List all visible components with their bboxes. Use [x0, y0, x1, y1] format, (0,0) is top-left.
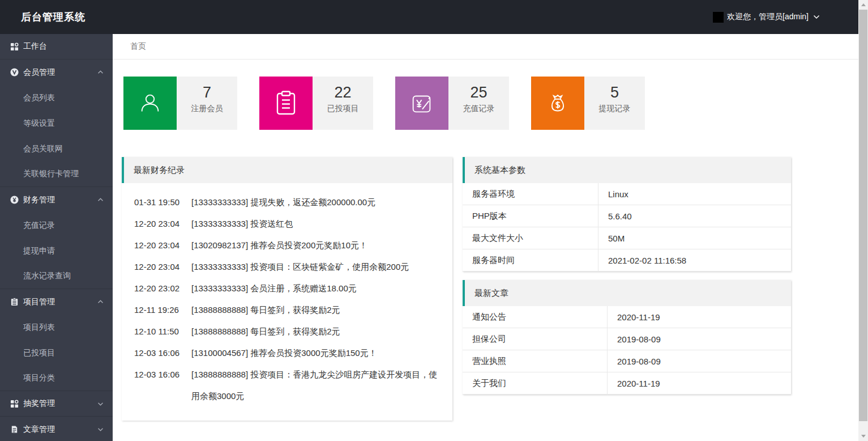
sidebar-item-label: 财务管理	[23, 195, 97, 205]
panel-title: 系统基本参数	[463, 157, 791, 183]
chevron-up-icon	[97, 70, 104, 74]
yen-card-icon	[395, 77, 448, 130]
admin-dashboard-page: 后台管理系统 欢迎您，管理员[admin] 工作台 会员管理 会员列表	[0, 0, 868, 441]
record-text: [13888888888] 每日签到，获得奖励2元	[191, 321, 442, 342]
table-row: 营业执照2019-08-09	[463, 350, 791, 372]
chevron-up-icon	[97, 198, 104, 202]
record-time: 12-03 16:06	[134, 364, 191, 407]
stat-value: 25	[448, 84, 509, 101]
vertical-scrollbar[interactable]	[858, 0, 868, 441]
article-date: 2020-11-19	[608, 379, 660, 388]
latest-articles-panel: 最新文章 通知公告2020-11-19 担保公司2019-08-09 营业执照2…	[463, 280, 791, 395]
stat-label: 已投项目	[313, 104, 373, 114]
param-value: 50M	[598, 234, 625, 243]
right-column: 系统基本参数 服务器环境Linux PHP版本5.6.40 最大文件大小50M …	[463, 157, 791, 395]
table-row: 担保公司2019-08-09	[463, 328, 791, 350]
sidebar-item-member-network[interactable]: 会员关联网	[0, 136, 113, 162]
scrollbar-thumb[interactable]	[859, 10, 867, 421]
scroll-up-button[interactable]	[858, 0, 868, 10]
stat-card-info: 7 注册会员	[177, 77, 237, 130]
welcome-text: 欢迎您，管理员[admin]	[727, 12, 809, 22]
user-icon	[123, 77, 177, 130]
stat-card-withdrawal-records[interactable]: 5 提现记录	[531, 77, 645, 130]
table-row: 通知公告2020-11-19	[463, 306, 791, 328]
finance-record-row: 12-11 19:26[13888888888] 每日签到，获得奖励2元	[134, 299, 442, 321]
stat-card-registered-members[interactable]: 7 注册会员	[123, 77, 237, 130]
stat-value: 22	[313, 84, 373, 101]
record-text: [13100004567] 推荐会员投资3000元奖励150元！	[191, 342, 442, 364]
article-date: 2019-08-09	[608, 334, 661, 344]
finance-record-row: 12-03 16:06[13888888888] 投资项目：香港九龙尖沙咀房产建…	[134, 364, 442, 407]
breadcrumb-home-link[interactable]: 首页	[130, 41, 146, 52]
scroll-down-arrow-icon	[861, 435, 866, 438]
sidebar-item-recharge-records[interactable]: 充值记录	[0, 213, 113, 238]
param-value: Linux	[598, 189, 628, 199]
chevron-down-icon	[97, 402, 104, 406]
record-text: [13333333333] 投资项目：区块链紫金矿，使用余额200元	[191, 256, 442, 278]
record-text: [13020982137] 推荐会员投资200元奖励10元！	[191, 235, 442, 256]
clipboard-icon	[10, 298, 19, 307]
sidebar-item-member-list[interactable]: 会员列表	[0, 85, 113, 111]
sidebar-item-label: 文章管理	[23, 425, 97, 435]
stat-cards-row: 7 注册会员 22 已投项目 25 充值记录	[123, 77, 645, 130]
user-menu[interactable]: 欢迎您，管理员[admin]	[713, 12, 858, 23]
sidebar-item-withdrawal-requests[interactable]: 提现申请	[0, 238, 113, 264]
record-time: 12-20 23:04	[134, 235, 191, 256]
money-bag-icon	[531, 77, 584, 130]
param-label: 服务器时间	[463, 249, 598, 271]
scroll-down-button[interactable]	[858, 431, 868, 441]
param-label: PHP版本	[463, 205, 598, 227]
table-row: 最大文件大小50M	[463, 227, 791, 249]
main-content: 首页 7 注册会员 22 已投项目	[113, 34, 858, 441]
sidebar-item-label: 项目管理	[23, 297, 97, 307]
table-row: 服务器环境Linux	[463, 183, 791, 205]
table-row: PHP版本5.6.40	[463, 205, 791, 227]
panel-title: 最新文章	[463, 280, 791, 306]
article-title[interactable]: 通知公告	[463, 306, 608, 328]
sidebar-item-member-management[interactable]: 会员管理	[0, 60, 113, 85]
panel-title: 最新财务纪录	[122, 157, 452, 183]
record-time: 12-10 11:50	[134, 321, 191, 342]
stat-card-info: 25 充值记录	[448, 77, 509, 130]
grid-icon	[10, 399, 19, 408]
sidebar-item-bank-card-management[interactable]: 关联银行卡管理	[0, 162, 113, 187]
record-time: 01-31 19:50	[134, 192, 191, 213]
sidebar-item-label: 会员管理	[23, 67, 97, 78]
article-date: 2019-08-09	[608, 357, 661, 366]
finance-record-row: 12-10 11:50[13888888888] 每日签到，获得奖励2元	[134, 321, 442, 342]
record-time: 12-20 23:04	[134, 256, 191, 278]
user-avatar	[713, 12, 724, 23]
user-circle-icon	[10, 68, 19, 77]
finance-record-row: 12-20 23:04[13333333333] 投资送红包	[134, 213, 442, 235]
yen-circle-icon	[10, 196, 19, 205]
sidebar-item-lottery-management[interactable]: 抽奖管理	[0, 391, 113, 417]
sidebar-item-workbench[interactable]: 工作台	[0, 34, 113, 60]
stat-card-recharge-records[interactable]: 25 充值记录	[395, 77, 509, 130]
sidebar-item-level-settings[interactable]: 等级设置	[0, 111, 113, 136]
stat-card-invested-projects[interactable]: 22 已投项目	[259, 77, 373, 130]
stat-value: 7	[177, 84, 237, 101]
table-row: 服务器时间2021-02-02 11:16:58	[463, 249, 791, 272]
article-title[interactable]: 关于我们	[463, 372, 608, 394]
sidebar-item-article-management[interactable]: 文章管理	[0, 417, 113, 441]
sidebar-item-transaction-query[interactable]: 流水记录查询	[0, 264, 113, 289]
finance-record-row: 12-20 23:04[13020982137] 推荐会员投资200元奖励10元…	[134, 235, 442, 256]
record-time: 12-20 23:02	[134, 278, 191, 299]
sidebar-item-invested-projects[interactable]: 已投项目	[0, 340, 113, 366]
record-text: [13888888888] 投资项目：香港九龙尖沙咀房产建设开发项目，使用余额3…	[191, 364, 442, 407]
chevron-down-icon	[813, 15, 820, 19]
sidebar-item-project-categories[interactable]: 项目分类	[0, 366, 113, 391]
article-title[interactable]: 营业执照	[463, 350, 608, 372]
finance-record-row: 01-31 19:50[13333333333] 提现失败，返还金额200000…	[134, 192, 442, 213]
param-label: 服务器环境	[463, 183, 598, 205]
sidebar-item-project-list[interactable]: 项目列表	[0, 315, 113, 340]
chevron-up-icon	[97, 300, 104, 304]
chevron-down-icon	[97, 427, 104, 431]
sidebar-item-project-management[interactable]: 项目管理	[0, 289, 113, 315]
param-value: 5.6.40	[598, 211, 632, 221]
record-text: [13888888888] 每日签到，获得奖励2元	[191, 299, 442, 321]
system-params-panel: 系统基本参数 服务器环境Linux PHP版本5.6.40 最大文件大小50M …	[463, 157, 791, 272]
table-row: 关于我们2020-11-19	[463, 372, 791, 395]
sidebar-item-finance-management[interactable]: 财务管理	[0, 187, 113, 213]
article-title[interactable]: 担保公司	[463, 328, 608, 350]
